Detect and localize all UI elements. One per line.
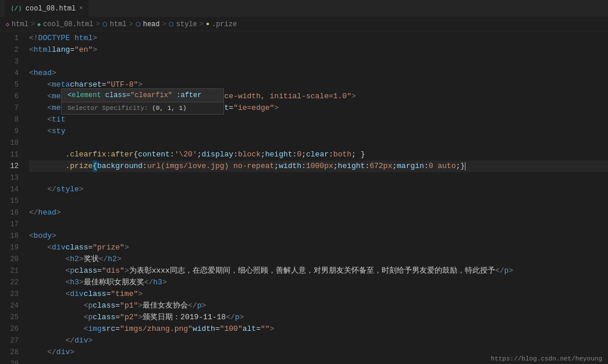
ln-14: 14: [0, 184, 19, 195]
tab-label: cool_08.html: [26, 5, 76, 13]
ln-6: 6: [0, 91, 19, 102]
ln-8: 8: [0, 114, 19, 126]
ln-20: 20: [0, 254, 19, 265]
code-line-18: <body>: [29, 230, 608, 242]
code-line-20: <h2>奖状</h2>: [29, 254, 608, 265]
bc-head-label: head: [143, 20, 160, 28]
code-line-13: [29, 172, 608, 184]
ln-21: 21: [0, 265, 19, 277]
bc-style-label: style: [176, 20, 197, 28]
code-line-24: <p class="p1">最佳女友协会</p>: [29, 300, 608, 312]
code-line-1: <!DOCTYPE html>: [29, 33, 608, 44]
code-line-19: <div class="prize">: [29, 242, 608, 254]
code-line-14: </style>: [29, 184, 608, 195]
ln-29: 29: [0, 358, 19, 364]
ln-16: 16: [0, 207, 19, 219]
ln-27: 27: [0, 335, 19, 347]
ln-1: 1: [0, 33, 19, 44]
code-line-15: [29, 195, 608, 207]
bc-style[interactable]: ⬡ style: [169, 20, 197, 28]
code-line-16: </head>: [29, 207, 608, 219]
code-area[interactable]: <!DOCTYPE html><html lang="en"> <head> <…: [23, 31, 608, 364]
tooltip-sub: Selector Specificity: (0, 1, 1): [62, 102, 223, 114]
bc-file[interactable]: ◈ cool_08.html: [37, 20, 93, 28]
tooltip-popup: <element class="clearfix" :after Selecto…: [61, 88, 224, 115]
bc-prize-label: .prize: [212, 20, 237, 28]
bc-sep-2: >: [96, 20, 100, 28]
code-line-4: <head>: [29, 67, 608, 79]
editor: 1 2 3 4 5 6 7 8 9 10 11 12 13 14 15 16 1…: [0, 31, 608, 364]
ln-18: 18: [0, 230, 19, 242]
code-line-27: </div>: [29, 335, 608, 347]
ln-28: 28: [0, 347, 19, 358]
code-line-22: <h3>最佳称职女朋友奖</h3>: [29, 277, 608, 288]
tab-close-button[interactable]: ×: [79, 5, 83, 12]
ln-2: 2: [0, 44, 19, 56]
code-line-10: [29, 137, 608, 149]
ln-26: 26: [0, 323, 19, 335]
bc-html2[interactable]: ⬡ html: [102, 20, 127, 28]
code-line-21: <p class="dis">为表彰xxxx同志，在恋爱期间，细心照顾，善解人意…: [29, 265, 608, 277]
code-line-26: <img src="imgs/zhang.png" width="100" al…: [29, 323, 608, 335]
ln-4: 4: [0, 67, 19, 79]
ln-15: 15: [0, 195, 19, 207]
ln-12: 12: [0, 160, 19, 172]
ln-5: 5: [0, 79, 19, 91]
bc-prize[interactable]: ● .prize: [206, 20, 237, 28]
ln-17: 17: [0, 219, 19, 230]
bc-file-label: cool_08.html: [43, 20, 93, 28]
ln-7: 7: [0, 102, 19, 114]
ln-9: 9: [0, 126, 19, 137]
code-line-23: <div class="time">: [29, 288, 608, 300]
bc-sep-3: >: [129, 20, 133, 28]
bc-sep-1: >: [31, 20, 35, 28]
ln-11: 11: [0, 149, 19, 160]
code-line-11: .clearfix:after { content: '\20'; displa…: [29, 149, 608, 160]
bc-sep-4: >: [162, 20, 166, 28]
ln-19: 19: [0, 242, 19, 254]
code-line-3: [29, 56, 608, 67]
bc-sep-5: >: [200, 20, 204, 28]
ln-23: 23: [0, 288, 19, 300]
ln-10: 10: [0, 137, 19, 149]
title-bar: ⟨/⟩ cool_08.html ×: [0, 0, 608, 17]
tab[interactable]: ⟨/⟩ cool_08.html ×: [5, 0, 88, 17]
ln-24: 24: [0, 300, 19, 312]
code-line-8: <tit: [29, 114, 608, 126]
code-line-2: <html lang="en">: [29, 44, 608, 56]
ln-25: 25: [0, 312, 19, 323]
code-line-25: <p class="p2">颁奖日期：2019-11-18</p>: [29, 312, 608, 323]
code-line-17: [29, 219, 608, 230]
bc-head[interactable]: ⬡ head: [136, 20, 160, 28]
statusbar-url: https://blog.csdn.net/heyoung: [491, 355, 602, 362]
line-numbers: 1 2 3 4 5 6 7 8 9 10 11 12 13 14 15 16 1…: [0, 31, 23, 364]
code-line-12: .prize{ background: url(imgs/love.jpg) n…: [29, 160, 608, 172]
ln-13: 13: [0, 172, 19, 184]
bc-html[interactable]: ◇ html: [6, 20, 29, 28]
ln-3: 3: [0, 56, 19, 67]
breadcrumb: ◇ html > ◈ cool_08.html > ⬡ html > ⬡ hea…: [0, 17, 608, 31]
ln-22: 22: [0, 277, 19, 288]
bc-html-label: html: [12, 20, 29, 28]
tooltip-header: <element class="clearfix" :after: [62, 89, 223, 102]
bc-html2-label: html: [110, 20, 127, 28]
code-line-9: <sty: [29, 126, 608, 137]
